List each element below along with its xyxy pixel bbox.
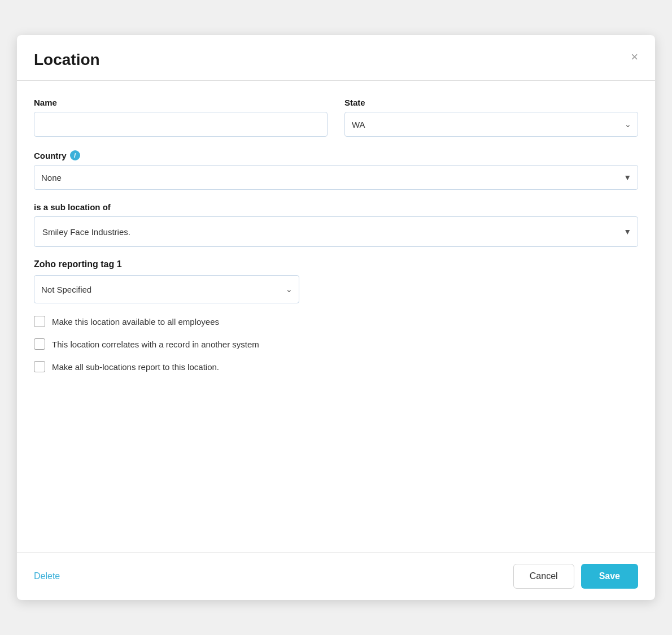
checkbox2-input[interactable] xyxy=(34,338,45,350)
country-info-icon[interactable]: i xyxy=(70,150,80,160)
name-label: Name xyxy=(34,98,328,107)
name-state-row: Name State WA CA NY TX FL ⌄ xyxy=(34,98,638,137)
cancel-button[interactable]: Cancel xyxy=(513,564,574,589)
checkbox1-input[interactable] xyxy=(34,316,45,327)
zoho-tag-label: Zoho reporting tag 1 xyxy=(34,259,638,269)
checkbox1-label[interactable]: Make this location available to all empl… xyxy=(52,317,219,327)
sub-location-label: is a sub location of xyxy=(34,202,638,212)
checkbox2-label[interactable]: This location correlates with a record i… xyxy=(52,340,259,349)
checkbox3-label[interactable]: Make all sub-locations report to this lo… xyxy=(52,362,219,372)
checkbox3-group: Make all sub-locations report to this lo… xyxy=(34,361,638,372)
state-select-wrapper: WA CA NY TX FL ⌄ xyxy=(344,112,638,137)
checkbox1-group: Make this location available to all empl… xyxy=(34,316,638,327)
country-group: Country i None United States Canada Unit… xyxy=(34,150,638,190)
country-label: Country i xyxy=(34,150,638,160)
country-row: Country i None United States Canada Unit… xyxy=(34,150,638,190)
modal-body: Name State WA CA NY TX FL ⌄ xyxy=(17,81,655,552)
modal-title: Location xyxy=(34,51,100,69)
state-select[interactable]: WA CA NY TX FL xyxy=(344,112,638,137)
name-input[interactable] xyxy=(34,112,328,137)
zoho-tag-group: Zoho reporting tag 1 Not Specified Tag 1… xyxy=(34,259,638,303)
zoho-tag-select-container: Not Specified Tag 1 Tag 2 Tag 3 ⌄ xyxy=(34,275,299,303)
zoho-tag-select-wrapper: Not Specified Tag 1 Tag 2 Tag 3 ⌄ xyxy=(34,275,299,303)
sub-location-select[interactable]: Smiley Face Industries. xyxy=(34,216,638,247)
state-label: State xyxy=(344,98,638,107)
modal-header: Location × xyxy=(17,35,655,81)
state-group: State WA CA NY TX FL ⌄ xyxy=(344,98,638,137)
zoho-tag-select[interactable]: Not Specified Tag 1 Tag 2 Tag 3 xyxy=(34,275,299,303)
footer-actions: Cancel Save xyxy=(513,564,638,589)
name-group: Name xyxy=(34,98,328,137)
sub-location-group: is a sub location of Smiley Face Industr… xyxy=(34,202,638,247)
location-modal: Location × Name State WA CA NY TX FL xyxy=(17,35,655,600)
country-select-wrapper: None United States Canada United Kingdom… xyxy=(34,165,638,190)
save-button[interactable]: Save xyxy=(581,564,638,589)
checkbox3-input[interactable] xyxy=(34,361,45,372)
country-select[interactable]: None United States Canada United Kingdom… xyxy=(34,165,638,190)
close-button[interactable]: × xyxy=(631,51,638,63)
delete-button[interactable]: Delete xyxy=(34,571,60,581)
checkbox2-group: This location correlates with a record i… xyxy=(34,338,638,350)
modal-footer: Delete Cancel Save xyxy=(17,552,655,600)
sub-location-select-wrapper: Smiley Face Industries. ▼ xyxy=(34,216,638,247)
